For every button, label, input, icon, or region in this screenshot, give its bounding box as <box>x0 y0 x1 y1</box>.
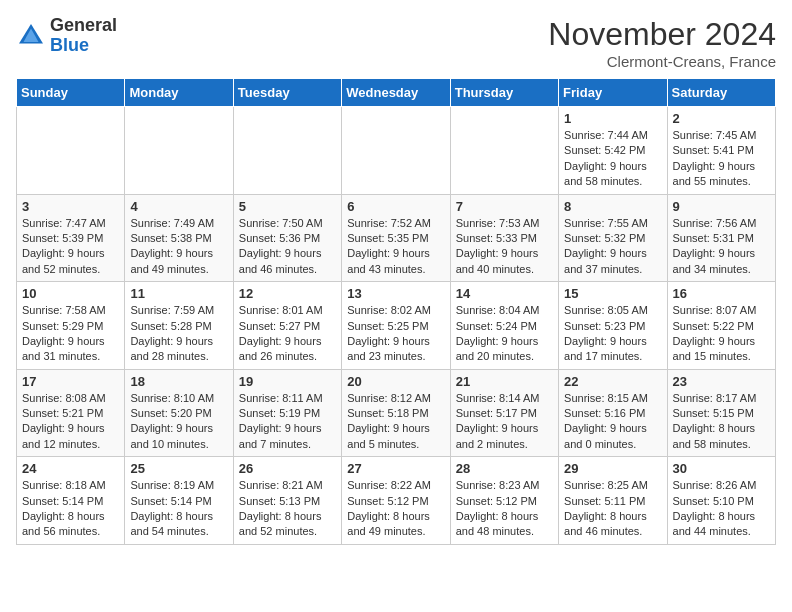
day-number: 21 <box>456 374 553 389</box>
day-info: Sunrise: 7:59 AM Sunset: 5:28 PM Dayligh… <box>130 303 227 365</box>
day-info: Sunrise: 8:17 AM Sunset: 5:15 PM Dayligh… <box>673 391 770 453</box>
day-number: 6 <box>347 199 444 214</box>
day-cell-8: 8Sunrise: 7:55 AM Sunset: 5:32 PM Daylig… <box>559 194 667 282</box>
day-number: 27 <box>347 461 444 476</box>
day-cell-22: 22Sunrise: 8:15 AM Sunset: 5:16 PM Dayli… <box>559 369 667 457</box>
day-info: Sunrise: 7:52 AM Sunset: 5:35 PM Dayligh… <box>347 216 444 278</box>
day-number: 17 <box>22 374 119 389</box>
day-cell-16: 16Sunrise: 8:07 AM Sunset: 5:22 PM Dayli… <box>667 282 775 370</box>
day-number: 5 <box>239 199 336 214</box>
day-number: 29 <box>564 461 661 476</box>
empty-cell <box>233 107 341 195</box>
day-info: Sunrise: 7:53 AM Sunset: 5:33 PM Dayligh… <box>456 216 553 278</box>
day-cell-23: 23Sunrise: 8:17 AM Sunset: 5:15 PM Dayli… <box>667 369 775 457</box>
weekday-header-wednesday: Wednesday <box>342 79 450 107</box>
day-number: 15 <box>564 286 661 301</box>
day-cell-7: 7Sunrise: 7:53 AM Sunset: 5:33 PM Daylig… <box>450 194 558 282</box>
day-info: Sunrise: 8:26 AM Sunset: 5:10 PM Dayligh… <box>673 478 770 540</box>
day-cell-12: 12Sunrise: 8:01 AM Sunset: 5:27 PM Dayli… <box>233 282 341 370</box>
day-info: Sunrise: 8:22 AM Sunset: 5:12 PM Dayligh… <box>347 478 444 540</box>
logo-general-text: General <box>50 15 117 35</box>
day-number: 1 <box>564 111 661 126</box>
title-block: November 2024 Clermont-Creans, France <box>548 16 776 70</box>
location: Clermont-Creans, France <box>548 53 776 70</box>
day-cell-26: 26Sunrise: 8:21 AM Sunset: 5:13 PM Dayli… <box>233 457 341 545</box>
week-row-3: 10Sunrise: 7:58 AM Sunset: 5:29 PM Dayli… <box>17 282 776 370</box>
day-info: Sunrise: 7:49 AM Sunset: 5:38 PM Dayligh… <box>130 216 227 278</box>
page-header: General Blue November 2024 Clermont-Crea… <box>16 16 776 70</box>
day-number: 23 <box>673 374 770 389</box>
day-cell-10: 10Sunrise: 7:58 AM Sunset: 5:29 PM Dayli… <box>17 282 125 370</box>
day-number: 3 <box>22 199 119 214</box>
weekday-header-thursday: Thursday <box>450 79 558 107</box>
day-cell-20: 20Sunrise: 8:12 AM Sunset: 5:18 PM Dayli… <box>342 369 450 457</box>
day-info: Sunrise: 7:55 AM Sunset: 5:32 PM Dayligh… <box>564 216 661 278</box>
logo-icon <box>16 21 46 51</box>
day-info: Sunrise: 7:47 AM Sunset: 5:39 PM Dayligh… <box>22 216 119 278</box>
weekday-header-monday: Monday <box>125 79 233 107</box>
day-number: 11 <box>130 286 227 301</box>
empty-cell <box>125 107 233 195</box>
weekday-header-row: SundayMondayTuesdayWednesdayThursdayFrid… <box>17 79 776 107</box>
empty-cell <box>450 107 558 195</box>
day-cell-30: 30Sunrise: 8:26 AM Sunset: 5:10 PM Dayli… <box>667 457 775 545</box>
weekday-header-friday: Friday <box>559 79 667 107</box>
day-cell-17: 17Sunrise: 8:08 AM Sunset: 5:21 PM Dayli… <box>17 369 125 457</box>
logo-blue-text: Blue <box>50 35 89 55</box>
day-number: 22 <box>564 374 661 389</box>
day-cell-25: 25Sunrise: 8:19 AM Sunset: 5:14 PM Dayli… <box>125 457 233 545</box>
day-number: 12 <box>239 286 336 301</box>
day-cell-4: 4Sunrise: 7:49 AM Sunset: 5:38 PM Daylig… <box>125 194 233 282</box>
day-info: Sunrise: 7:58 AM Sunset: 5:29 PM Dayligh… <box>22 303 119 365</box>
empty-cell <box>342 107 450 195</box>
week-row-5: 24Sunrise: 8:18 AM Sunset: 5:14 PM Dayli… <box>17 457 776 545</box>
day-number: 28 <box>456 461 553 476</box>
day-info: Sunrise: 8:25 AM Sunset: 5:11 PM Dayligh… <box>564 478 661 540</box>
day-cell-28: 28Sunrise: 8:23 AM Sunset: 5:12 PM Dayli… <box>450 457 558 545</box>
day-cell-13: 13Sunrise: 8:02 AM Sunset: 5:25 PM Dayli… <box>342 282 450 370</box>
day-cell-3: 3Sunrise: 7:47 AM Sunset: 5:39 PM Daylig… <box>17 194 125 282</box>
day-number: 25 <box>130 461 227 476</box>
day-cell-18: 18Sunrise: 8:10 AM Sunset: 5:20 PM Dayli… <box>125 369 233 457</box>
day-cell-24: 24Sunrise: 8:18 AM Sunset: 5:14 PM Dayli… <box>17 457 125 545</box>
day-info: Sunrise: 8:10 AM Sunset: 5:20 PM Dayligh… <box>130 391 227 453</box>
day-cell-21: 21Sunrise: 8:14 AM Sunset: 5:17 PM Dayli… <box>450 369 558 457</box>
day-info: Sunrise: 8:08 AM Sunset: 5:21 PM Dayligh… <box>22 391 119 453</box>
day-info: Sunrise: 8:05 AM Sunset: 5:23 PM Dayligh… <box>564 303 661 365</box>
day-number: 8 <box>564 199 661 214</box>
day-number: 18 <box>130 374 227 389</box>
day-number: 26 <box>239 461 336 476</box>
day-info: Sunrise: 8:07 AM Sunset: 5:22 PM Dayligh… <box>673 303 770 365</box>
day-info: Sunrise: 8:12 AM Sunset: 5:18 PM Dayligh… <box>347 391 444 453</box>
day-cell-2: 2Sunrise: 7:45 AM Sunset: 5:41 PM Daylig… <box>667 107 775 195</box>
day-info: Sunrise: 7:56 AM Sunset: 5:31 PM Dayligh… <box>673 216 770 278</box>
day-cell-5: 5Sunrise: 7:50 AM Sunset: 5:36 PM Daylig… <box>233 194 341 282</box>
day-info: Sunrise: 8:02 AM Sunset: 5:25 PM Dayligh… <box>347 303 444 365</box>
day-info: Sunrise: 8:04 AM Sunset: 5:24 PM Dayligh… <box>456 303 553 365</box>
day-number: 10 <box>22 286 119 301</box>
day-info: Sunrise: 7:45 AM Sunset: 5:41 PM Dayligh… <box>673 128 770 190</box>
week-row-1: 1Sunrise: 7:44 AM Sunset: 5:42 PM Daylig… <box>17 107 776 195</box>
day-info: Sunrise: 8:11 AM Sunset: 5:19 PM Dayligh… <box>239 391 336 453</box>
day-info: Sunrise: 8:01 AM Sunset: 5:27 PM Dayligh… <box>239 303 336 365</box>
day-cell-1: 1Sunrise: 7:44 AM Sunset: 5:42 PM Daylig… <box>559 107 667 195</box>
day-cell-6: 6Sunrise: 7:52 AM Sunset: 5:35 PM Daylig… <box>342 194 450 282</box>
calendar-table: SundayMondayTuesdayWednesdayThursdayFrid… <box>16 78 776 545</box>
day-number: 30 <box>673 461 770 476</box>
day-number: 2 <box>673 111 770 126</box>
day-cell-29: 29Sunrise: 8:25 AM Sunset: 5:11 PM Dayli… <box>559 457 667 545</box>
week-row-2: 3Sunrise: 7:47 AM Sunset: 5:39 PM Daylig… <box>17 194 776 282</box>
weekday-header-sunday: Sunday <box>17 79 125 107</box>
day-info: Sunrise: 8:23 AM Sunset: 5:12 PM Dayligh… <box>456 478 553 540</box>
day-info: Sunrise: 7:44 AM Sunset: 5:42 PM Dayligh… <box>564 128 661 190</box>
day-number: 16 <box>673 286 770 301</box>
day-number: 24 <box>22 461 119 476</box>
day-cell-15: 15Sunrise: 8:05 AM Sunset: 5:23 PM Dayli… <box>559 282 667 370</box>
day-cell-11: 11Sunrise: 7:59 AM Sunset: 5:28 PM Dayli… <box>125 282 233 370</box>
weekday-header-saturday: Saturday <box>667 79 775 107</box>
day-cell-14: 14Sunrise: 8:04 AM Sunset: 5:24 PM Dayli… <box>450 282 558 370</box>
day-info: Sunrise: 7:50 AM Sunset: 5:36 PM Dayligh… <box>239 216 336 278</box>
day-number: 7 <box>456 199 553 214</box>
day-cell-19: 19Sunrise: 8:11 AM Sunset: 5:19 PM Dayli… <box>233 369 341 457</box>
day-number: 9 <box>673 199 770 214</box>
